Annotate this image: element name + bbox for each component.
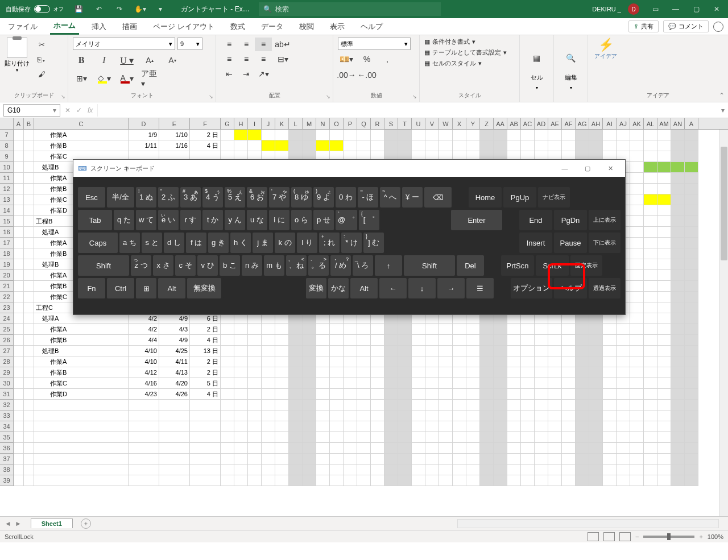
cell[interactable] (548, 367, 562, 378)
cell[interactable] (34, 432, 129, 443)
cell[interactable] (657, 410, 671, 421)
cell[interactable] (262, 421, 275, 432)
cell[interactable] (439, 367, 453, 378)
row-header[interactable]: 34 (0, 421, 14, 432)
osk-key[interactable]: p せ (313, 210, 334, 230)
cell[interactable] (685, 454, 698, 464)
osk-key[interactable]: $ぅ4 う (202, 187, 223, 208)
cell[interactable] (685, 151, 698, 162)
cell[interactable] (494, 400, 507, 410)
cell[interactable] (398, 346, 412, 356)
cell[interactable] (303, 443, 316, 454)
cell[interactable] (234, 464, 248, 475)
cell[interactable] (589, 378, 603, 389)
cell[interactable] (630, 421, 644, 432)
cell[interactable] (589, 356, 603, 367)
cell[interactable] (671, 130, 685, 140)
phonetic-icon[interactable]: ア亜▾ (141, 72, 158, 85)
cell[interactable] (262, 378, 275, 389)
cell[interactable] (589, 410, 603, 421)
osk-key[interactable]: _\ ろ (353, 255, 373, 276)
cell[interactable] (234, 475, 248, 486)
cell[interactable] (234, 346, 248, 356)
cell[interactable] (384, 464, 398, 475)
osk-key[interactable]: ← (379, 278, 407, 298)
cell[interactable] (384, 475, 398, 486)
cell[interactable] (14, 238, 24, 248)
cell[interactable] (562, 356, 576, 367)
font-color-icon[interactable]: A▾ (118, 72, 135, 85)
osk-key-PrtScn[interactable]: PrtScn (501, 255, 534, 276)
cell[interactable] (685, 130, 698, 140)
cell[interactable] (439, 130, 453, 140)
cell[interactable] (439, 389, 453, 400)
col-header[interactable]: F (190, 118, 221, 129)
cell[interactable] (644, 162, 657, 173)
cell[interactable]: 作業A (34, 356, 129, 367)
accept-formula-icon[interactable]: ✓ (76, 106, 82, 114)
osk-key[interactable]: y ん (225, 210, 245, 230)
osk-key[interactable]: {[ ゜ (359, 210, 379, 230)
col-header[interactable]: AN (671, 118, 685, 129)
cell[interactable] (671, 227, 685, 238)
comma-icon[interactable]: , (379, 52, 396, 66)
cell[interactable] (24, 378, 34, 389)
cell[interactable] (644, 378, 657, 389)
col-header[interactable]: AB (507, 118, 521, 129)
cell[interactable] (371, 140, 384, 151)
cell[interactable] (439, 335, 453, 346)
col-header[interactable]: M (303, 118, 316, 129)
cell[interactable] (289, 130, 303, 140)
osk-key[interactable]: d し (164, 233, 184, 253)
col-header[interactable]: AC (521, 118, 535, 129)
cell[interactable] (398, 432, 412, 443)
undo-icon[interactable]: ↶ (90, 1, 108, 17)
cell[interactable] (671, 400, 685, 410)
osk-key[interactable]: ~^ へ (380, 187, 400, 208)
cell[interactable]: 4 日 (190, 335, 221, 346)
cell[interactable] (630, 475, 644, 486)
cell[interactable] (671, 173, 685, 184)
cell[interactable] (562, 464, 576, 475)
cell[interactable] (644, 464, 657, 475)
sheet-tab[interactable]: Sheet1 (31, 518, 73, 528)
cell[interactable] (303, 475, 316, 486)
osk-key[interactable]: q た (114, 210, 134, 230)
cell[interactable] (535, 443, 548, 454)
cell[interactable] (398, 421, 412, 432)
row-header[interactable]: 22 (0, 292, 14, 302)
cell[interactable] (384, 443, 398, 454)
cell[interactable] (685, 346, 698, 356)
cell[interactable] (562, 475, 576, 486)
vertical-scrollbar[interactable] (719, 130, 728, 516)
cell[interactable] (24, 130, 34, 140)
cell[interactable] (439, 432, 453, 443)
cell[interactable] (384, 432, 398, 443)
cell[interactable] (412, 356, 425, 367)
name-box[interactable]: G10▾ (3, 104, 60, 117)
cell[interactable] (562, 454, 576, 464)
cell[interactable] (507, 335, 521, 346)
cell[interactable] (14, 432, 24, 443)
cell[interactable] (384, 140, 398, 151)
cell[interactable] (494, 324, 507, 335)
cell[interactable] (657, 346, 671, 356)
col-header[interactable]: AD (535, 118, 548, 129)
osk-key[interactable]: ⌫ (424, 187, 452, 208)
cell[interactable] (630, 227, 644, 238)
osk-key[interactable]: n み (242, 255, 262, 276)
osk-key[interactable]: #ぁ3 あ (180, 187, 201, 208)
cell[interactable] (357, 378, 371, 389)
cell[interactable] (603, 130, 617, 140)
row-header[interactable]: 20 (0, 270, 14, 281)
zoom-slider[interactable] (643, 536, 694, 538)
cell[interactable] (671, 432, 685, 443)
select-all-triangle[interactable] (0, 118, 14, 129)
osk-key[interactable]: Fn (78, 278, 105, 298)
cell[interactable] (671, 302, 685, 313)
cell[interactable] (480, 454, 494, 464)
cell[interactable] (657, 270, 671, 281)
cell[interactable] (466, 454, 480, 464)
cell[interactable] (303, 421, 316, 432)
format-as-table-button[interactable]: ▦テーブルとして書式設定 ▾ (424, 48, 507, 57)
